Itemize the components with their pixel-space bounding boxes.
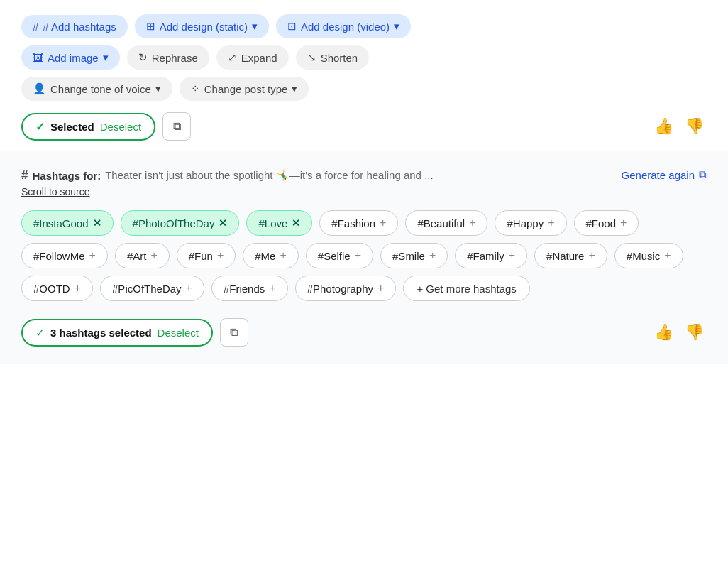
copy2-icon: ⧉ xyxy=(230,326,238,339)
tag-nature-add[interactable]: + xyxy=(588,249,595,262)
tag-friends-add[interactable]: + xyxy=(269,282,275,295)
tag-nature-label: #Nature xyxy=(546,250,584,262)
selected-label: Selected xyxy=(50,121,94,133)
tag-smile[interactable]: #Smile + xyxy=(380,243,448,268)
tag-art[interactable]: #Art + xyxy=(115,243,170,268)
tag-photography[interactable]: #Photography + xyxy=(295,276,397,301)
tag-followme-add[interactable]: + xyxy=(89,249,96,262)
tag-food[interactable]: #Food + xyxy=(574,210,639,236)
tag-me-label: #Me xyxy=(255,250,275,262)
hashtag-section: # Hashtags for: Theater isn't just about… xyxy=(0,151,728,364)
tag-followme[interactable]: #FollowMe + xyxy=(21,243,108,268)
tag-me-add[interactable]: + xyxy=(280,249,286,262)
tag-fun[interactable]: #Fun + xyxy=(177,243,236,268)
tag-beautiful-label: #Beautiful xyxy=(417,217,465,229)
add-hashtags-button[interactable]: # # Add hashtags xyxy=(21,15,128,38)
tag-picoftheday-add[interactable]: + xyxy=(186,282,192,295)
hash-symbol: # xyxy=(21,168,28,183)
generate-again-icon: ⧉ xyxy=(699,168,707,181)
post-type-icon: ⁘ xyxy=(191,82,200,95)
image-icon: 🖼 xyxy=(33,52,43,64)
tag-fashion-add[interactable]: + xyxy=(380,217,386,229)
tag-friends-label: #Friends xyxy=(224,283,265,295)
copy-button[interactable]: ⧉ xyxy=(162,112,191,141)
tag-music-label: #Music xyxy=(627,250,661,262)
add-image-label: Add image xyxy=(48,52,99,64)
expand-label: Expand xyxy=(241,52,277,64)
change-post-type-label: Change post type xyxy=(204,83,288,95)
tag-art-add[interactable]: + xyxy=(150,249,157,262)
chevron-down-icon4: ▾ xyxy=(155,82,161,95)
hashtags-copy-button[interactable]: ⧉ xyxy=(220,318,248,347)
selected-bar: ✓ Selected Deselect ⧉ 👍 👎 xyxy=(21,112,707,141)
thumbs-down-button[interactable]: 👎 xyxy=(682,116,707,137)
design-static-icon: ⊞ xyxy=(146,20,155,33)
tag-instagood[interactable]: #InstaGood ✕ xyxy=(21,210,114,236)
shorten-label: Shorten xyxy=(321,52,358,64)
tag-fashion[interactable]: #Fashion + xyxy=(319,210,398,236)
hashtags-thumbs-down-button[interactable]: 👎 xyxy=(682,322,707,343)
hashtag-icon: # xyxy=(33,21,38,33)
chevron-down-icon: ▾ xyxy=(252,20,258,33)
tag-instagood-remove[interactable]: ✕ xyxy=(93,217,101,229)
tag-happy[interactable]: #Happy + xyxy=(495,210,566,236)
hashtags-thumbs-up-button[interactable]: 👍 xyxy=(651,322,676,343)
tag-photography-label: #Photography xyxy=(307,283,373,295)
check-icon: ✓ xyxy=(35,120,45,134)
tag-ootd-label: #OOTD xyxy=(33,283,70,295)
tag-food-label: #Food xyxy=(586,217,617,229)
tag-beautiful-add[interactable]: + xyxy=(469,217,475,229)
add-design-video-button[interactable]: ⊡ Add design (video) ▾ xyxy=(276,14,411,38)
tag-beautiful[interactable]: #Beautiful + xyxy=(405,210,487,236)
tag-family-add[interactable]: + xyxy=(509,249,515,262)
tag-instagood-label: #InstaGood xyxy=(33,217,89,229)
change-tone-button[interactable]: 👤 Change tone of voice ▾ xyxy=(21,77,172,101)
tag-music-add[interactable]: + xyxy=(664,249,671,262)
add-design-video-label: Add design (video) xyxy=(301,21,390,33)
tag-happy-add[interactable]: + xyxy=(548,217,554,229)
tag-photooftheday-label: #PhotoOfTheDay xyxy=(133,217,215,229)
tag-nature[interactable]: #Nature + xyxy=(534,243,607,268)
tag-ootd[interactable]: #OOTD + xyxy=(21,276,93,301)
tag-friends[interactable]: #Friends + xyxy=(211,276,288,301)
rephrase-button[interactable]: ↻ Rephrase xyxy=(127,45,209,70)
hashtags-selected-deselect-button[interactable]: ✓ 3 hashtags selected Deselect xyxy=(21,319,213,347)
scroll-to-source-button[interactable]: Scroll to source xyxy=(21,186,89,197)
selected-deselect-button[interactable]: ✓ Selected Deselect xyxy=(21,113,155,141)
change-post-type-button[interactable]: ⁘ Change post type ▾ xyxy=(180,77,309,101)
expand-button[interactable]: ⤢ Expand xyxy=(216,45,289,70)
tag-followme-label: #FollowMe xyxy=(33,250,85,262)
tag-selfie-add[interactable]: + xyxy=(355,249,361,262)
add-design-static-button[interactable]: ⊞ Add design (static) ▾ xyxy=(135,14,269,38)
tag-smile-add[interactable]: + xyxy=(429,249,436,262)
tag-selfie[interactable]: #Selfie + xyxy=(306,243,373,268)
get-more-hashtags-button[interactable]: + Get more hashtags xyxy=(403,276,530,301)
tag-fun-add[interactable]: + xyxy=(217,249,224,262)
rephrase-label: Rephrase xyxy=(152,52,198,64)
tag-picoftheday[interactable]: #PicOfTheDay + xyxy=(100,276,204,301)
thumbs-up-button[interactable]: 👍 xyxy=(651,116,676,137)
tag-love-label: #Love xyxy=(258,217,287,229)
chevron-down-icon3: ▾ xyxy=(103,51,109,64)
thumbs-group: 👍 👎 xyxy=(651,116,707,137)
tag-family[interactable]: #Family + xyxy=(455,243,527,268)
tag-fashion-label: #Fashion xyxy=(331,217,375,229)
tag-photooftheday[interactable]: #PhotoOfTheDay ✕ xyxy=(121,210,240,236)
tag-food-add[interactable]: + xyxy=(620,217,627,229)
tag-photooftheday-remove[interactable]: ✕ xyxy=(219,217,227,229)
tag-family-label: #Family xyxy=(467,250,504,262)
copy-icon: ⧉ xyxy=(173,120,181,133)
tag-me[interactable]: #Me + xyxy=(243,243,299,268)
tag-photography-add[interactable]: + xyxy=(377,282,384,295)
shorten-icon: ⤡ xyxy=(307,51,316,64)
tag-ootd-add[interactable]: + xyxy=(75,282,81,295)
count-label: 3 hashtags selected xyxy=(50,327,152,339)
tag-music[interactable]: #Music + xyxy=(614,243,683,268)
add-image-button[interactable]: 🖼 Add image ▾ xyxy=(21,45,120,70)
rephrase-icon: ↻ xyxy=(138,51,148,64)
tags-area: #InstaGood ✕ #PhotoOfTheDay ✕ #Love ✕ #F… xyxy=(21,210,707,301)
shorten-button[interactable]: ⤡ Shorten xyxy=(296,45,370,70)
tag-love[interactable]: #Love ✕ xyxy=(246,210,312,236)
generate-again-button[interactable]: Generate again ⧉ xyxy=(622,168,707,181)
tag-love-remove[interactable]: ✕ xyxy=(292,217,300,229)
